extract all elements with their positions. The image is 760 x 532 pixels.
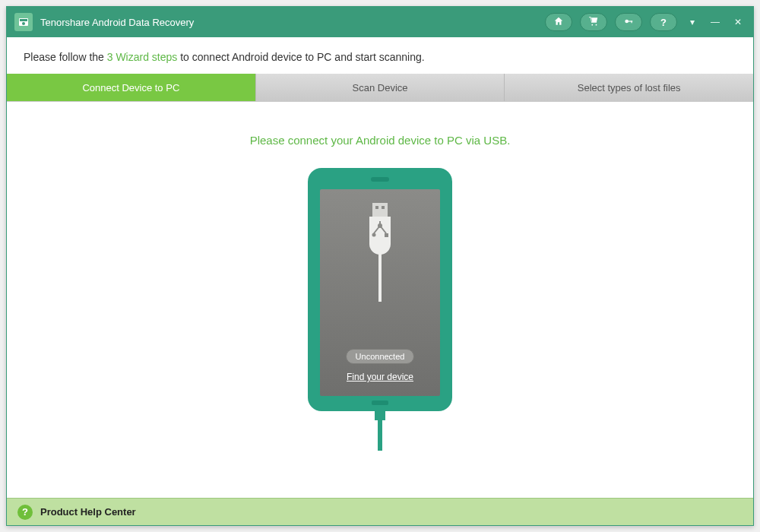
tab-connect-device[interactable]: Connect Device to PC [7,74,255,101]
cart-icon [588,16,599,29]
usb-icon [359,203,401,302]
cart-button[interactable] [580,13,607,31]
help-center-icon: ? [17,505,33,520]
minimize-icon: — [711,17,720,27]
tab-select-types[interactable]: Select types of lost files [504,74,753,101]
svg-point-13 [372,233,376,237]
svg-rect-8 [372,203,388,217]
close-button[interactable]: ✕ [730,14,746,30]
svg-rect-10 [382,206,385,209]
usb-cable-icon [375,410,385,446]
key-icon [623,16,634,29]
svg-point-4 [596,24,597,25]
tab-label: Select types of lost files [578,82,681,93]
wizard-tabs: Connect Device to PC Scan Device Select … [7,74,753,102]
home-icon [553,16,564,29]
instruction-text: Please follow the 3 Wizard steps to conn… [7,37,753,74]
svg-rect-1 [20,19,27,21]
chevron-down-icon: ▾ [690,17,695,27]
main-panel: Please connect your Android device to PC… [7,102,753,498]
svg-point-2 [22,22,25,25]
app-window: Tenorshare Android Data Recovery ? ▾ — ✕… [6,6,754,526]
dropdown-button[interactable]: ▾ [685,14,700,30]
svg-point-3 [591,24,593,25]
app-logo-icon [14,13,33,31]
phone-body: Unconnected Find your device [308,168,452,411]
tab-label: Connect Device to PC [82,82,179,93]
question-icon: ? [660,17,667,28]
svg-rect-14 [385,233,388,237]
help-center-link[interactable]: Product Help Center [40,506,136,518]
titlebar: Tenorshare Android Data Recovery ? ▾ — ✕ [7,7,753,37]
instruction-suffix: to connect Android device to PC and star… [177,51,424,63]
close-icon: ✕ [734,17,742,27]
key-button[interactable] [615,13,642,31]
instruction-prefix: Please follow the [24,51,107,63]
phone-screen: Unconnected Find your device [320,189,440,396]
find-device-link[interactable]: Find your device [347,372,413,382]
footer-bar: ? Product Help Center [7,498,753,525]
phone-illustration: Unconnected Find your device [308,168,452,442]
tab-scan-device[interactable]: Scan Device [255,74,505,101]
connection-status-badge: Unconnected [346,349,415,364]
minimize-button[interactable]: — [708,14,723,30]
help-button[interactable]: ? [650,13,677,31]
svg-rect-11 [378,253,382,302]
svg-rect-7 [632,21,632,23]
app-title: Tenorshare Android Data Recovery [40,17,194,28]
tab-label: Scan Device [353,82,408,93]
instruction-highlight: 3 Wizard steps [107,51,178,63]
svg-point-5 [625,19,629,23]
connect-message: Please connect your Android device to PC… [250,134,511,147]
home-button[interactable] [545,13,572,31]
svg-rect-9 [375,206,378,209]
